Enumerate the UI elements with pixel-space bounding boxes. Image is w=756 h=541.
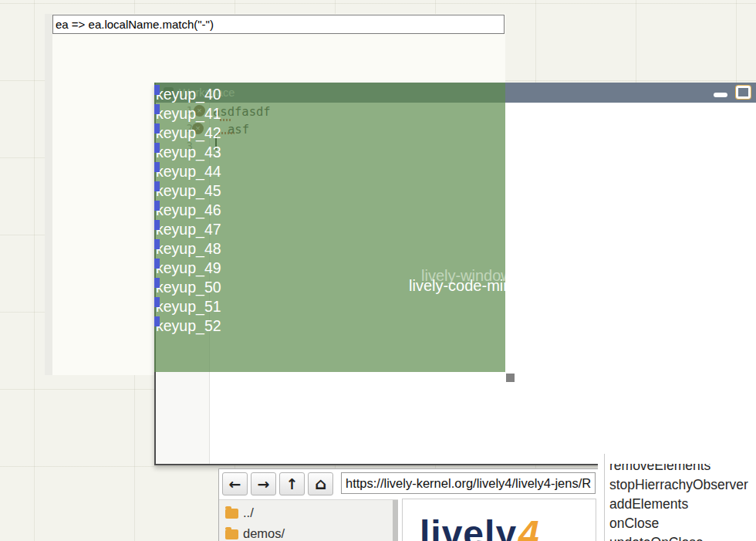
method-item[interactable]: addElements: [609, 496, 688, 512]
cursor-marker-icon: [154, 297, 160, 307]
keyup-label: keyup_41: [156, 104, 221, 123]
method-item[interactable]: updateOnClose: [609, 535, 704, 541]
keyup-label: keyup_50: [156, 278, 221, 297]
file-list-pane: ../ demos/: [219, 499, 398, 541]
cursor-marker-icon: [154, 220, 160, 230]
selection-overlay: keyup_40 keyup_41 keyup_42 keyup_43 keyu…: [154, 83, 505, 372]
cursor-marker-icon: [154, 162, 160, 172]
file-item-demos[interactable]: demos/: [225, 524, 285, 541]
method-list-panel: removeElements stopHierrachyObserver add…: [598, 454, 756, 541]
cursor-marker-icon: [154, 181, 160, 191]
file-item-parent-dir[interactable]: ../: [225, 503, 254, 522]
keyup-label: keyup_48: [156, 239, 221, 259]
up-button[interactable]: ↑: [279, 472, 305, 495]
maximize-button[interactable]: [736, 86, 751, 99]
keyup-label: keyup_42: [156, 123, 221, 143]
cursor-marker-icon: [154, 316, 160, 326]
method-item[interactable]: stopHierrachyObserver: [609, 477, 748, 493]
keyup-label: keyup_51: [156, 297, 221, 316]
lively4-logo: lively4: [420, 512, 540, 541]
keyup-label-list: keyup_40 keyup_41 keyup_42 keyup_43 keyu…: [156, 85, 221, 336]
folder-icon: [225, 509, 238, 519]
cursor-marker-icon: [154, 239, 160, 249]
panel-clip-cover: [606, 454, 756, 464]
keyup-label: keyup_52: [156, 316, 221, 336]
keyup-label: keyup_46: [156, 201, 221, 220]
cursor-marker-icon: [154, 104, 160, 114]
home-button[interactable]: ⌂: [308, 472, 333, 495]
method-item[interactable]: onClose: [609, 516, 659, 532]
cursor-marker-icon: [154, 85, 160, 95]
keyup-label: keyup_40: [156, 85, 221, 104]
resize-handle[interactable]: [506, 374, 515, 382]
back-button[interactable]: ←: [222, 472, 248, 495]
folder-icon: [225, 529, 238, 539]
forward-button[interactable]: →: [251, 472, 276, 495]
keyup-label: keyup_49: [156, 259, 221, 278]
cursor-marker-icon: [154, 143, 160, 153]
cursor-marker-icon: [154, 259, 160, 269]
browser-content-pane: lively4: [402, 499, 596, 541]
keyup-label: keyup_45: [156, 181, 221, 201]
cursor-marker-icon: [154, 201, 160, 211]
file-browser-window: ← → ↑ ⌂ ../ demos/ lively4: [218, 468, 598, 541]
keyup-label: keyup_47: [156, 220, 221, 239]
halo-label-lively-code-mirror: lively-code-mirror: [409, 277, 505, 295]
keyup-label: keyup_43: [156, 143, 221, 162]
lively4-logo-accent: 4: [518, 513, 540, 541]
cursor-marker-icon: [154, 278, 160, 288]
keyup-label: keyup_44: [156, 162, 221, 181]
panel-divider: [604, 454, 605, 541]
workspace-code-input[interactable]: [52, 15, 505, 34]
minimize-button[interactable]: [714, 93, 727, 97]
url-input[interactable]: [341, 472, 596, 494]
scrollbar-thumb[interactable]: [393, 500, 398, 541]
cursor-marker-icon: [154, 123, 160, 134]
